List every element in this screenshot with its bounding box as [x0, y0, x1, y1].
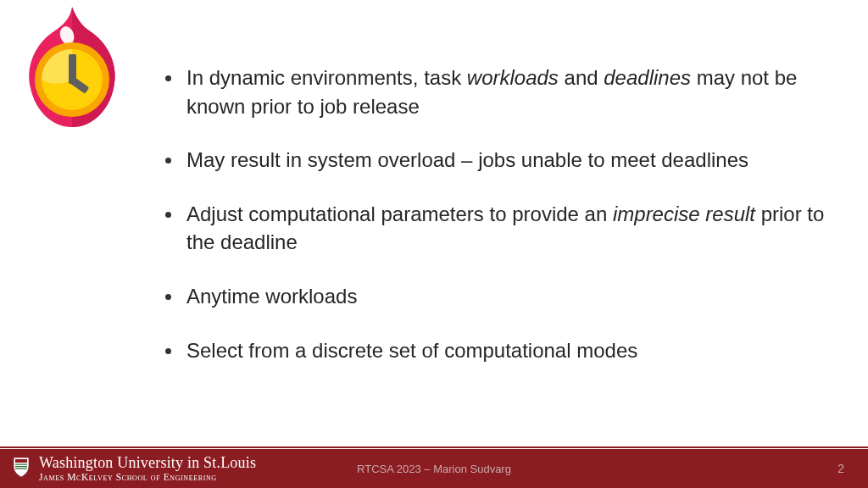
bullet-text: Anytime workloads — [186, 282, 357, 311]
bullet-dot-icon — [165, 75, 171, 81]
svg-rect-6 — [15, 459, 27, 463]
bullet-text: Select from a discrete set of computatio… — [186, 336, 637, 365]
bullet-text: May result in system overload – jobs una… — [186, 146, 748, 175]
bullet-dot-icon — [165, 212, 171, 218]
svg-rect-8 — [15, 466, 27, 467]
bullet-dot-icon — [165, 158, 171, 164]
list-item: Select from a discrete set of computatio… — [165, 336, 834, 365]
school-name: James McKelvey School of Engineering — [39, 472, 256, 482]
svg-rect-7 — [15, 464, 27, 465]
bullet-text: In dynamic environments, task workloads … — [186, 64, 834, 120]
list-item: In dynamic environments, task workloads … — [165, 64, 834, 120]
svg-rect-9 — [15, 469, 27, 469]
list-item: Anytime workloads — [165, 282, 834, 311]
bullet-text: Adjust computational parameters to provi… — [186, 200, 834, 257]
footer-accent-line — [0, 446, 868, 448]
list-item: May result in system overload – jobs una… — [165, 146, 834, 175]
shield-icon — [12, 456, 31, 481]
list-item: Adjust computational parameters to provi… — [165, 200, 834, 257]
footer-center-text: RTCSA 2023 – Marion Sudvarg — [357, 463, 511, 475]
footer-bar: Washington University in St.Louis James … — [0, 449, 868, 488]
fire-clock-icon — [17, 5, 127, 136]
bullet-dot-icon — [165, 348, 171, 354]
university-name: Washington University in St.Louis — [39, 455, 256, 471]
slide: In dynamic environments, task workloads … — [0, 0, 868, 488]
page-number: 2 — [837, 462, 844, 475]
bullet-list: In dynamic environments, task workloads … — [165, 64, 834, 390]
bullet-dot-icon — [165, 294, 171, 300]
footer-branding: Washington University in St.Louis James … — [0, 455, 256, 482]
